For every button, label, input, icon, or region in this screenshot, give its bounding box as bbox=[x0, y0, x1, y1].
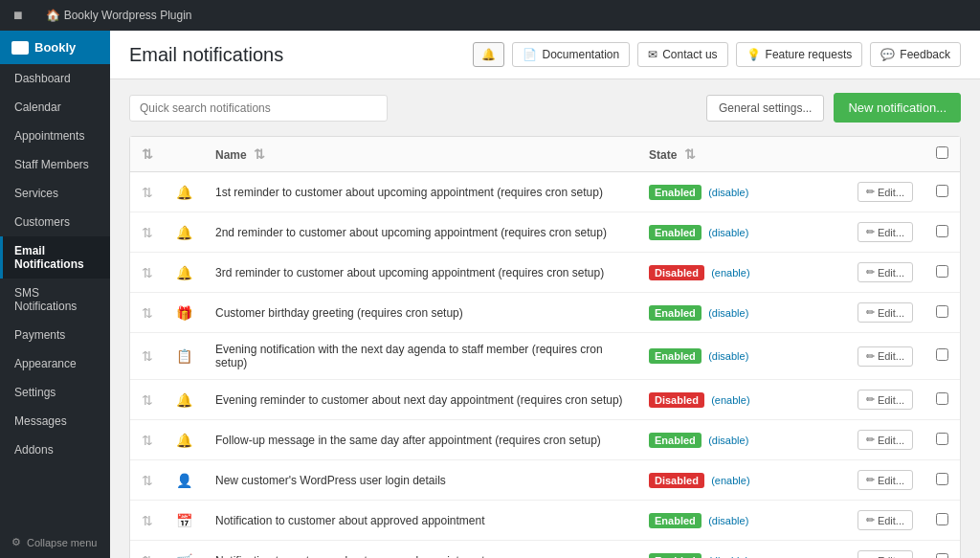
feedback-button[interactable]: 💬 Feedback bbox=[870, 42, 961, 67]
sidebar-item-customers[interactable]: Customers bbox=[0, 208, 110, 236]
row-actions: ✏ Edit... bbox=[829, 380, 924, 420]
edit-icon: ✏ bbox=[866, 474, 875, 486]
sidebar-item-appearance[interactable]: Appearance bbox=[0, 349, 110, 378]
edit-button[interactable]: ✏ Edit... bbox=[858, 262, 913, 282]
select-all-checkbox[interactable] bbox=[936, 146, 948, 159]
row-checkbox-cell[interactable] bbox=[924, 541, 960, 559]
row-actions: ✏ Edit... bbox=[829, 333, 924, 380]
row-checkbox-cell[interactable] bbox=[924, 333, 960, 380]
toggle-link[interactable]: (enable) bbox=[711, 267, 749, 279]
contact-us-button[interactable]: ✉ Contact us bbox=[637, 42, 727, 67]
row-sort-handle[interactable]: ⇅ bbox=[130, 460, 165, 501]
row-sort-handle[interactable]: ⇅ bbox=[130, 293, 165, 333]
doc-icon: 📄 bbox=[523, 48, 537, 61]
row-sort-handle[interactable]: ⇅ bbox=[130, 380, 165, 420]
row-state: Enabled (disable) bbox=[637, 541, 829, 559]
row-checkbox[interactable] bbox=[936, 433, 948, 445]
sidebar-item-sms-notifications[interactable]: SMS Notifications bbox=[0, 279, 110, 321]
notifications-table: ⇅ Name ⇅ State ⇅ bbox=[130, 137, 960, 558]
row-checkbox[interactable] bbox=[936, 348, 948, 361]
row-checkbox[interactable] bbox=[936, 553, 948, 559]
th-name[interactable]: Name ⇅ bbox=[204, 137, 637, 172]
toggle-link[interactable]: (enable) bbox=[711, 394, 749, 406]
table-row: ⇅ 📅 Notification to customer about appro… bbox=[130, 501, 960, 541]
row-name: New customer's WordPress user login deta… bbox=[204, 460, 637, 501]
row-sort-handle[interactable]: ⇅ bbox=[130, 212, 165, 253]
row-sort-handle[interactable]: ⇅ bbox=[130, 541, 165, 559]
sidebar-item-messages[interactable]: Messages bbox=[0, 407, 110, 435]
toggle-link[interactable]: (disable) bbox=[708, 307, 748, 319]
edit-button[interactable]: ✏ Edit... bbox=[858, 222, 913, 242]
sidebar-collapse-button[interactable]: ⚙ Collapse menu bbox=[0, 526, 110, 558]
sidebar-item-settings[interactable]: Settings bbox=[0, 378, 110, 407]
sidebar-item-addons[interactable]: Addons bbox=[0, 435, 110, 464]
row-checkbox[interactable] bbox=[936, 513, 948, 525]
edit-button[interactable]: ✏ Edit... bbox=[858, 430, 913, 450]
general-settings-button[interactable]: General settings... bbox=[706, 95, 824, 122]
edit-button[interactable]: ✏ Edit... bbox=[858, 182, 913, 202]
documentation-button[interactable]: 📄 Documentation bbox=[512, 42, 630, 67]
notifications-table-container: ⇅ Name ⇅ State ⇅ bbox=[129, 136, 961, 558]
sidebar-item-dashboard[interactable]: Dashboard bbox=[0, 64, 110, 93]
th-check[interactable] bbox=[924, 137, 960, 172]
toggle-link[interactable]: (disable) bbox=[708, 227, 748, 238]
sidebar-item-email-notifications[interactable]: Email Notifications bbox=[0, 236, 110, 279]
status-badge: Enabled bbox=[649, 305, 702, 321]
search-input[interactable] bbox=[129, 95, 388, 122]
toggle-link[interactable]: (enable) bbox=[711, 475, 749, 486]
row-sort-handle[interactable]: ⇅ bbox=[130, 501, 165, 541]
new-notification-button[interactable]: New notification... bbox=[834, 93, 961, 123]
row-checkbox[interactable] bbox=[936, 392, 948, 405]
row-checkbox-cell[interactable] bbox=[924, 460, 960, 501]
row-checkbox[interactable] bbox=[936, 225, 948, 237]
row-sort-handle[interactable]: ⇅ bbox=[130, 420, 165, 460]
wp-logo[interactable]: ■ bbox=[8, 0, 29, 31]
sidebar-item-payments[interactable]: Payments bbox=[0, 321, 110, 349]
row-checkbox[interactable] bbox=[936, 185, 948, 197]
sidebar-item-services[interactable]: Services bbox=[0, 179, 110, 208]
status-badge: Disabled bbox=[649, 265, 704, 280]
row-checkbox-cell[interactable] bbox=[924, 212, 960, 253]
toggle-link[interactable]: (disable) bbox=[708, 555, 748, 559]
row-sort-handle[interactable]: ⇅ bbox=[130, 253, 165, 293]
row-checkbox[interactable] bbox=[936, 305, 948, 318]
edit-button[interactable]: ✏ Edit... bbox=[858, 510, 913, 530]
row-checkbox-cell[interactable] bbox=[924, 501, 960, 541]
sidebar-item-calendar[interactable]: Calendar bbox=[0, 93, 110, 122]
edit-button[interactable]: ✏ Edit... bbox=[858, 550, 913, 558]
sidebar-item-appointments[interactable]: Appointments bbox=[0, 122, 110, 150]
admin-bar-site[interactable]: 🏠 Bookly Wordpress Plugin bbox=[40, 0, 198, 31]
row-checkbox-cell[interactable] bbox=[924, 420, 960, 460]
toggle-link[interactable]: (disable) bbox=[708, 350, 748, 362]
row-actions: ✏ Edit... bbox=[829, 460, 924, 501]
row-checkbox[interactable] bbox=[936, 473, 948, 485]
table-row: ⇅ 🔔 1st reminder to customer about upcom… bbox=[130, 172, 960, 212]
feature-requests-button[interactable]: 💡 Feature requests bbox=[736, 42, 863, 67]
row-checkbox-cell[interactable] bbox=[924, 253, 960, 293]
row-checkbox[interactable] bbox=[936, 265, 948, 278]
edit-button[interactable]: ✏ Edit... bbox=[858, 470, 913, 490]
sidebar-item-staff-members[interactable]: Staff Members bbox=[0, 150, 110, 179]
row-sort-handle[interactable]: ⇅ bbox=[130, 172, 165, 212]
toggle-link[interactable]: (disable) bbox=[708, 187, 748, 198]
sidebar-plugin-title[interactable]: Bookly bbox=[0, 31, 110, 64]
row-actions: ✏ Edit... bbox=[829, 420, 924, 460]
toggle-link[interactable]: (disable) bbox=[708, 515, 748, 526]
th-state[interactable]: State ⇅ bbox=[637, 137, 829, 172]
bell-button[interactable]: 🔔 bbox=[473, 42, 504, 67]
row-checkbox-cell[interactable] bbox=[924, 172, 960, 212]
row-actions: ✏ Edit... bbox=[829, 212, 924, 253]
edit-button[interactable]: ✏ Edit... bbox=[858, 390, 913, 410]
drag-icon: ⇅ bbox=[142, 553, 153, 559]
row-checkbox-cell[interactable] bbox=[924, 293, 960, 333]
row-sort-handle[interactable]: ⇅ bbox=[130, 333, 165, 380]
table-row: ⇅ 📋 Evening notification with the next d… bbox=[130, 333, 960, 380]
row-state: Disabled (enable) bbox=[637, 380, 829, 420]
drag-icon: ⇅ bbox=[142, 305, 153, 321]
edit-icon: ✏ bbox=[866, 554, 875, 558]
edit-button[interactable]: ✏ Edit... bbox=[858, 346, 913, 367]
edit-button[interactable]: ✏ Edit... bbox=[858, 302, 913, 323]
toggle-link[interactable]: (disable) bbox=[708, 435, 748, 446]
row-checkbox-cell[interactable] bbox=[924, 380, 960, 420]
table-row: ⇅ 🔔 Follow-up message in the same day af… bbox=[130, 420, 960, 460]
